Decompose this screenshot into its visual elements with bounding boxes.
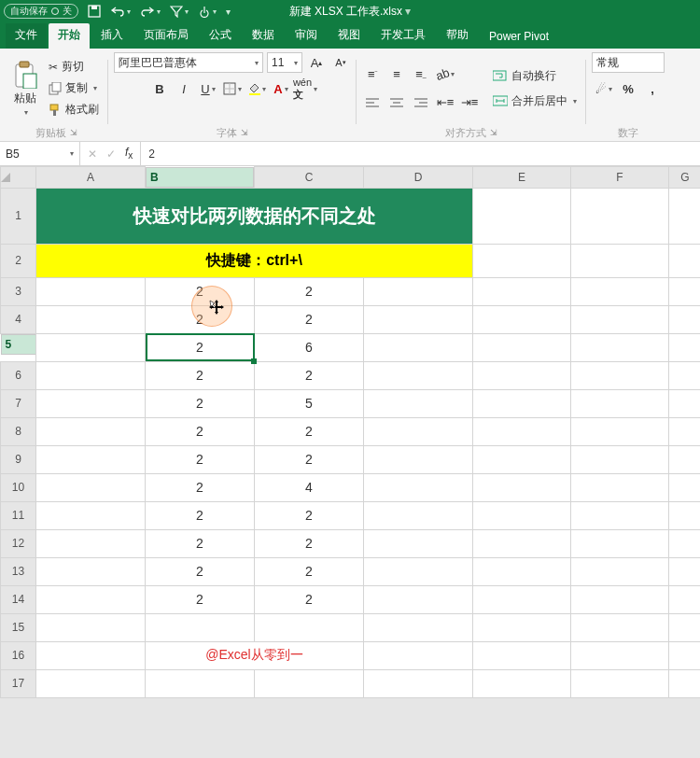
cell[interactable] bbox=[571, 501, 669, 529]
cell[interactable] bbox=[669, 333, 701, 361]
save-icon[interactable] bbox=[88, 5, 101, 18]
cell[interactable] bbox=[255, 613, 364, 641]
phonetic-button[interactable]: wén文▾ bbox=[295, 78, 315, 99]
row-header-13[interactable]: 13 bbox=[1, 557, 36, 585]
grow-font-button[interactable]: A▴ bbox=[306, 52, 327, 73]
redo-icon[interactable]: ▾ bbox=[140, 5, 161, 18]
filter-icon[interactable]: ▾ bbox=[170, 5, 189, 18]
row-header-7[interactable]: 7 bbox=[1, 389, 36, 417]
copy-button[interactable]: 复制▾ bbox=[45, 78, 103, 98]
col-header-A[interactable]: A bbox=[36, 167, 146, 189]
format-painter-button[interactable]: 格式刷 bbox=[45, 100, 103, 119]
cell[interactable] bbox=[473, 389, 571, 417]
cell[interactable] bbox=[36, 445, 146, 473]
cell[interactable] bbox=[36, 557, 146, 585]
cell-B11[interactable]: 2 bbox=[146, 501, 255, 529]
increase-indent-button[interactable]: ⇥≡ bbox=[459, 92, 480, 113]
cell[interactable] bbox=[473, 188, 571, 244]
wrap-text-button[interactable]: 自动换行 bbox=[489, 66, 581, 86]
align-top-button[interactable]: ≡‾ bbox=[362, 64, 383, 85]
select-all-corner[interactable] bbox=[1, 167, 36, 189]
cell-B14[interactable]: 2 bbox=[146, 585, 255, 613]
tab-power-pivot[interactable]: Power Pivot bbox=[480, 26, 558, 49]
cell-B4[interactable]: 2 bbox=[146, 305, 255, 333]
dialog-launcher-icon[interactable]: ⇲ bbox=[70, 128, 77, 137]
cell[interactable] bbox=[571, 188, 669, 244]
row-header-2[interactable]: 2 bbox=[1, 244, 36, 277]
cell-C6[interactable]: 2 bbox=[255, 361, 364, 389]
number-format-select[interactable]: 常规 bbox=[592, 52, 665, 73]
italic-button[interactable]: I bbox=[174, 78, 194, 99]
row-header-6[interactable]: 6 bbox=[1, 361, 36, 389]
cell[interactable] bbox=[571, 473, 669, 501]
row-header-5[interactable]: 5 bbox=[1, 334, 36, 355]
row-header-17[interactable]: 17 bbox=[1, 669, 36, 697]
autosave-toggle[interactable]: 自动保存 关 bbox=[4, 4, 78, 19]
col-header-B[interactable]: B bbox=[146, 167, 254, 188]
cell-B7[interactable]: 2 bbox=[146, 389, 255, 417]
font-size-select[interactable]: 11▾ bbox=[267, 52, 302, 73]
tab-review[interactable]: 审阅 bbox=[286, 23, 327, 49]
cell-C12[interactable]: 2 bbox=[255, 529, 364, 557]
cell[interactable] bbox=[146, 669, 255, 697]
align-left-button[interactable] bbox=[362, 92, 383, 113]
cancel-icon[interactable]: ✕ bbox=[88, 147, 97, 161]
cell[interactable] bbox=[571, 641, 669, 669]
cell[interactable] bbox=[36, 501, 146, 529]
row-header-4[interactable]: 4 bbox=[1, 305, 36, 333]
cell[interactable] bbox=[36, 305, 146, 333]
cell-subtitle[interactable]: 快捷键：ctrl+\ bbox=[36, 244, 473, 277]
cell[interactable] bbox=[669, 529, 701, 557]
cell[interactable] bbox=[364, 417, 473, 445]
cell[interactable] bbox=[364, 669, 473, 697]
cell[interactable] bbox=[364, 305, 473, 333]
cell[interactable] bbox=[669, 361, 701, 389]
worksheet[interactable]: A B C D E F G 1 快速对比两列数据的不同之处 2 快捷键：ctrl… bbox=[0, 166, 700, 698]
cell[interactable] bbox=[571, 585, 669, 613]
tab-file[interactable]: 文件 bbox=[6, 23, 47, 49]
cell[interactable] bbox=[473, 417, 571, 445]
cell[interactable] bbox=[473, 641, 571, 669]
cell[interactable] bbox=[364, 585, 473, 613]
align-bottom-button[interactable]: ≡_ bbox=[411, 64, 431, 85]
row-header-1[interactable]: 1 bbox=[1, 188, 36, 244]
decrease-indent-button[interactable]: ⇤≡ bbox=[435, 92, 455, 113]
cell-B10[interactable]: 2 bbox=[146, 473, 255, 501]
cell[interactable] bbox=[364, 445, 473, 473]
cell-C3[interactable]: 2 bbox=[255, 277, 364, 305]
col-header-E[interactable]: E bbox=[473, 167, 571, 189]
cell[interactable] bbox=[669, 473, 701, 501]
row-header-11[interactable]: 11 bbox=[1, 501, 36, 529]
cell[interactable] bbox=[364, 473, 473, 501]
tab-insert[interactable]: 插入 bbox=[91, 23, 133, 49]
cell[interactable] bbox=[669, 188, 701, 244]
cell[interactable] bbox=[669, 557, 701, 585]
currency-button[interactable]: ☄▾ bbox=[594, 78, 614, 99]
cell[interactable] bbox=[571, 557, 669, 585]
cell[interactable] bbox=[473, 277, 571, 305]
cell[interactable] bbox=[364, 641, 473, 669]
align-right-button[interactable] bbox=[411, 92, 431, 113]
cell[interactable] bbox=[36, 585, 146, 613]
cell-B6[interactable]: 2 bbox=[146, 361, 255, 389]
cell[interactable] bbox=[36, 333, 146, 361]
cell-C8[interactable]: 2 bbox=[255, 417, 364, 445]
undo-icon[interactable]: ▾ bbox=[110, 5, 131, 18]
row-header-14[interactable]: 14 bbox=[1, 585, 36, 613]
cell[interactable] bbox=[473, 613, 571, 641]
paste-button[interactable]: 粘贴 ▾ bbox=[9, 59, 41, 119]
cell[interactable] bbox=[255, 669, 364, 697]
cell[interactable] bbox=[473, 529, 571, 557]
cell[interactable] bbox=[669, 613, 701, 641]
tab-view[interactable]: 视图 bbox=[329, 23, 370, 49]
cell[interactable] bbox=[571, 613, 669, 641]
orientation-button[interactable]: ab▾ bbox=[435, 64, 455, 85]
align-center-button[interactable] bbox=[386, 92, 407, 113]
cell[interactable] bbox=[571, 333, 669, 361]
row-header-8[interactable]: 8 bbox=[1, 417, 36, 445]
cell-B9[interactable]: 2 bbox=[146, 445, 255, 473]
cell-C11[interactable]: 2 bbox=[255, 501, 364, 529]
col-header-D[interactable]: D bbox=[364, 167, 473, 189]
cell[interactable] bbox=[36, 529, 146, 557]
cell[interactable] bbox=[473, 557, 571, 585]
